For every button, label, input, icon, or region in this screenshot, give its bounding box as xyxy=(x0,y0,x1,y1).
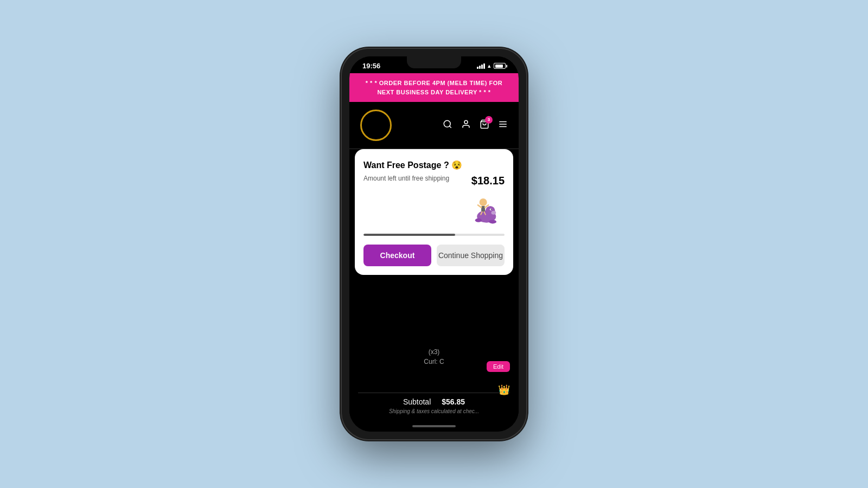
account-icon[interactable] xyxy=(461,119,471,132)
popup-body: Amount left until free shipping $18.15 xyxy=(363,175,505,227)
popup-amount: $18.15 xyxy=(467,175,505,187)
progress-container xyxy=(363,234,505,236)
svg-line-1 xyxy=(449,126,451,127)
svg-point-18 xyxy=(475,219,482,222)
cart-bg-content: (x3) Curl: C Edit Subtotal $56.85 👑 Ship… xyxy=(349,342,519,421)
promo-banner-text: * * * ORDER BEFORE 4PM (MELB TIME) FOR N… xyxy=(358,79,510,97)
popup-right: $18.15 xyxy=(467,175,505,227)
popup-card: Want Free Postage ? 😵 Amount left until … xyxy=(355,149,513,275)
svg-point-2 xyxy=(464,120,468,124)
home-indicator xyxy=(349,421,519,432)
home-bar xyxy=(412,425,456,427)
cart-item-quantity: (x3) xyxy=(358,348,510,356)
notch xyxy=(407,56,461,68)
battery-fill xyxy=(495,65,503,68)
promo-banner: * * * ORDER BEFORE 4PM (MELB TIME) FOR N… xyxy=(349,73,519,102)
popup-buttons: Checkout Continue Shopping xyxy=(363,245,505,266)
cart-badge: 3 xyxy=(485,116,493,124)
cart-divider xyxy=(358,393,510,393)
svg-point-0 xyxy=(444,120,450,127)
popup-left: Amount left until free shipping xyxy=(363,175,467,198)
logo-icon xyxy=(360,110,392,141)
subtotal-row: Subtotal $56.85 xyxy=(358,397,510,406)
subtotal-value: $56.85 xyxy=(442,397,465,406)
header-icons: 3 xyxy=(443,119,508,132)
cart-icon[interactable]: 3 xyxy=(480,119,489,132)
checkout-button[interactable]: Checkout xyxy=(363,245,431,266)
phone-wrapper: 19:56 ▴ * * * ORDER BEFORE 4PM (MELB TIM… xyxy=(342,49,526,439)
progress-track xyxy=(363,234,505,236)
menu-icon[interactable] xyxy=(498,119,508,132)
continue-shopping-button[interactable]: Continue Shopping xyxy=(437,245,505,266)
scroll-area: Want Free Postage ? 😵 Amount left until … xyxy=(349,149,519,421)
status-icons: ▴ xyxy=(477,62,506,69)
svg-point-19 xyxy=(489,220,496,223)
svg-line-14 xyxy=(478,205,481,207)
crown-icon: 👑 xyxy=(498,384,510,396)
battery-icon xyxy=(494,63,506,69)
subtotal-label: Subtotal xyxy=(403,397,431,406)
popup-title: Want Free Postage ? 😵 xyxy=(363,160,505,170)
svg-point-11 xyxy=(491,209,492,210)
character-illustration xyxy=(467,187,505,225)
search-icon[interactable] xyxy=(443,119,452,132)
svg-point-9 xyxy=(492,211,496,215)
shipping-note: Shipping & taxes calculated at chec... xyxy=(358,408,510,414)
wifi-icon: ▴ xyxy=(488,62,491,69)
svg-point-12 xyxy=(480,198,487,206)
signal-bars-icon xyxy=(477,63,485,69)
popup-subtitle: Amount left until free shipping xyxy=(363,175,467,182)
phone-frame: 19:56 ▴ * * * ORDER BEFORE 4PM (MELB TIM… xyxy=(342,49,526,439)
status-time: 19:56 xyxy=(362,62,380,70)
app-header: 3 xyxy=(349,102,519,149)
svg-rect-13 xyxy=(481,206,485,212)
app-content: * * * ORDER BEFORE 4PM (MELB TIME) FOR N… xyxy=(349,73,519,432)
progress-fill xyxy=(363,234,455,236)
edit-button[interactable]: Edit xyxy=(487,361,510,372)
phone-screen: 19:56 ▴ * * * ORDER BEFORE 4PM (MELB TIM… xyxy=(349,56,519,432)
